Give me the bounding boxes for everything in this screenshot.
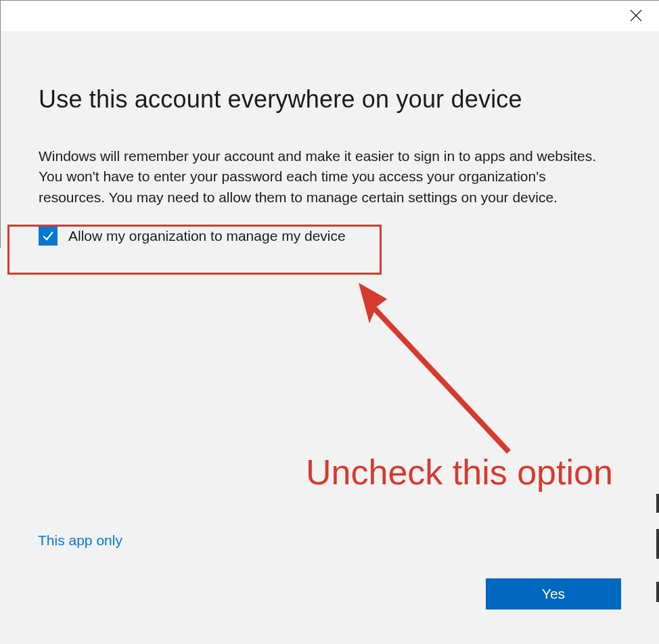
annotation-text: Uncheck this option	[306, 452, 613, 492]
close-icon	[630, 9, 642, 22]
manage-device-label[interactable]: Allow my organization to manage my devic…	[68, 228, 346, 244]
dialog-heading: Use this account everywhere on your devi…	[39, 85, 621, 114]
svg-marker-4	[359, 283, 387, 323]
checkmark-icon	[41, 229, 55, 243]
yes-button[interactable]: Yes	[486, 578, 621, 610]
dialog-content: Use this account everywhere on your devi…	[0, 31, 659, 248]
annotation-arrow-icon	[346, 275, 563, 478]
right-edge-marks	[656, 494, 659, 629]
svg-line-3	[368, 302, 509, 452]
this-app-only-link[interactable]: This app only	[38, 532, 122, 548]
link-row: This app only	[38, 532, 122, 549]
title-bar	[0, 0, 659, 31]
button-row: Yes	[486, 578, 621, 610]
dialog-body: Windows will remember your account and m…	[39, 146, 600, 208]
manage-device-checkbox[interactable]	[39, 227, 58, 246]
close-button[interactable]	[629, 9, 643, 22]
manage-device-checkbox-row[interactable]: Allow my organization to manage my devic…	[39, 224, 621, 248]
